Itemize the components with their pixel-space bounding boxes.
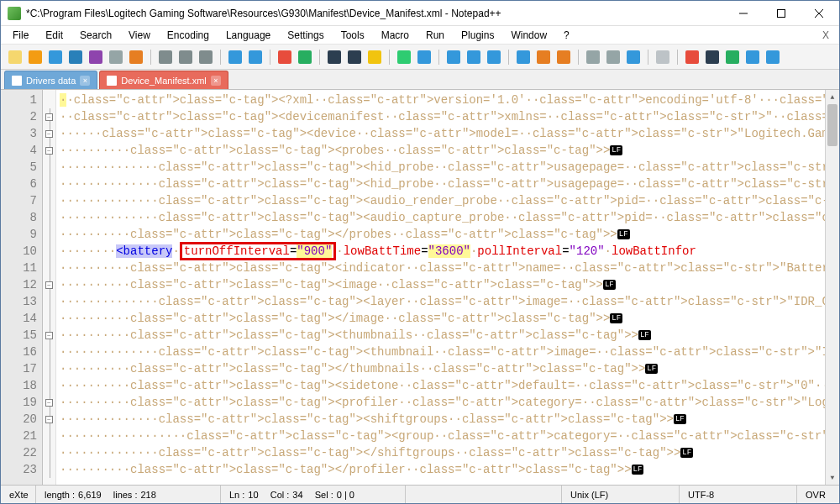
status-spacer [406, 486, 562, 503]
toolbar-button-13[interactable] [246, 48, 265, 66]
scroll-up-button[interactable]: ▲ [826, 90, 839, 104]
toolbar-button-9[interactable] [176, 48, 195, 66]
code-line-13[interactable]: ··············class="c-attr">class="c-ta… [60, 293, 825, 310]
code-line-2[interactable]: ··class="c-attr">class="c-tag"><devicema… [60, 108, 825, 125]
toolbar-button-31[interactable] [554, 48, 573, 66]
code-line-19[interactable]: ··········class="c-attr">class="c-tag"><… [60, 394, 825, 411]
toolbar-button-33[interactable] [584, 48, 602, 66]
fold-column[interactable]: −−−−−−− [43, 90, 56, 485]
code-line-18[interactable]: ··········class="c-attr">class="c-tag"><… [60, 377, 825, 394]
toolbar-button-18[interactable] [325, 48, 344, 66]
fold-toggle[interactable]: − [45, 332, 53, 339]
code-area[interactable]: ··class="c-attr">class="c-tag"><?xml··cl… [56, 90, 825, 485]
fold-toggle[interactable]: − [45, 113, 53, 121]
toolbar-icon [278, 50, 291, 64]
toolbar-icon [417, 50, 431, 64]
menubar-close-x[interactable]: X [816, 28, 836, 43]
toolbar-button-10[interactable] [197, 48, 215, 66]
code-line-6[interactable]: ··············class="c-attr">class="c-ta… [60, 176, 825, 192]
toolbar-button-22[interactable] [395, 48, 413, 66]
scroll-thumb[interactable] [827, 104, 837, 146]
menu-language[interactable]: Language [218, 28, 279, 43]
toolbar-button-0[interactable] [6, 48, 24, 66]
toolbar-button-39[interactable] [683, 48, 701, 66]
menu-tools[interactable]: Tools [333, 28, 373, 43]
code-line-5[interactable]: ··············class="c-attr">class="c-ta… [60, 159, 825, 176]
toolbar-button-34[interactable] [604, 48, 622, 66]
titlebar: *C:\Program Files\Logitech Gaming Softwa… [1, 1, 839, 26]
code-line-10[interactable]: ········<battery·turnOffInterval="900"·l… [60, 243, 825, 260]
code-line-20[interactable]: ··············class="c-attr">class="c-ta… [60, 411, 825, 428]
toolbar-button-15[interactable] [276, 48, 294, 66]
toolbar-button-8[interactable] [156, 48, 175, 66]
scroll-track[interactable] [826, 104, 839, 470]
menu-edit[interactable]: Edit [37, 28, 71, 43]
toolbar-button-42[interactable] [743, 48, 762, 66]
vertical-scrollbar[interactable]: ▲ ▼ [825, 90, 839, 485]
toolbar-button-12[interactable] [226, 48, 244, 66]
menu-view[interactable]: View [120, 28, 159, 43]
toolbar-button-1[interactable] [26, 48, 45, 66]
code-line-7[interactable]: ··············class="c-attr">class="c-ta… [60, 192, 825, 209]
toolbar-icon [537, 50, 550, 64]
toolbar-button-19[interactable] [345, 48, 364, 66]
toolbar-icon [228, 50, 242, 64]
toolbar-button-35[interactable] [624, 48, 643, 66]
fold-toggle[interactable]: − [45, 416, 53, 423]
toolbar-button-29[interactable] [514, 48, 533, 66]
toolbar-button-4[interactable] [87, 48, 105, 66]
code-line-21[interactable]: ··················class="c-attr">class="… [60, 428, 825, 444]
code-line-8[interactable]: ··············class="c-attr">class="c-ta… [60, 209, 825, 226]
code-line-3[interactable]: ······class="c-attr">class="c-tag"><devi… [60, 125, 825, 142]
toolbar-button-41[interactable] [723, 48, 742, 66]
menu-file[interactable]: File [4, 28, 37, 43]
close-button[interactable] [800, 1, 837, 25]
toolbar-button-37[interactable] [654, 48, 672, 66]
toolbar-button-6[interactable] [127, 48, 145, 66]
code-line-22[interactable]: ··············class="c-attr">class="c-ta… [60, 444, 825, 461]
menu-search[interactable]: Search [71, 28, 120, 43]
toolbar-button-40[interactable] [703, 48, 722, 66]
toolbar-button-43[interactable] [764, 48, 782, 66]
fold-toggle[interactable]: − [45, 281, 53, 289]
toolbar-button-27[interactable] [485, 48, 503, 66]
toolbar-button-16[interactable] [296, 48, 314, 66]
fold-toggle[interactable]: − [45, 399, 53, 407]
code-line-15[interactable]: ··········class="c-attr">class="c-tag"><… [60, 327, 825, 344]
editor[interactable]: 1234567891011121314151617181920212223 −−… [1, 90, 839, 485]
code-line-9[interactable]: ··········class="c-attr">class="c-tag"><… [60, 226, 825, 243]
menu-settings[interactable]: Settings [279, 28, 332, 43]
tab-close-icon[interactable]: × [211, 76, 221, 86]
menu-plugins[interactable]: Plugins [453, 28, 502, 43]
code-line-14[interactable]: ··········class="c-attr">class="c-tag"><… [60, 310, 825, 327]
toolbar-button-5[interactable] [107, 48, 125, 66]
minimize-button[interactable] [724, 1, 762, 25]
menu-help[interactable]: ? [555, 28, 578, 43]
scroll-down-button[interactable]: ▼ [826, 470, 839, 485]
code-line-16[interactable]: ··············class="c-attr">class="c-ta… [60, 344, 825, 360]
toolbar-button-20[interactable] [365, 48, 384, 66]
code-line-12[interactable]: ··········class="c-attr">class="c-tag"><… [60, 276, 825, 293]
code-line-4[interactable]: ··········class="c-attr">class="c-tag"><… [60, 142, 825, 159]
code-line-1[interactable]: ··class="c-attr">class="c-tag"><?xml··cl… [60, 92, 825, 108]
code-line-17[interactable]: ··········class="c-attr">class="c-tag"><… [60, 360, 825, 377]
tab-device-manifest-xml[interactable]: Device_Manifest.xml× [99, 71, 228, 89]
tab-drivers-data[interactable]: Drivers data× [4, 71, 97, 89]
toolbar-button-3[interactable] [66, 48, 85, 66]
fold-toggle[interactable]: − [45, 147, 53, 155]
toolbar-button-30[interactable] [534, 48, 553, 66]
toolbar-button-2[interactable] [46, 48, 65, 66]
menu-encoding[interactable]: Encoding [159, 28, 218, 43]
toolbar-button-26[interactable] [465, 48, 483, 66]
fold-toggle[interactable]: − [45, 130, 53, 138]
toolbar-icon [447, 50, 460, 64]
toolbar-button-25[interactable] [444, 48, 463, 66]
menu-window[interactable]: Window [502, 28, 555, 43]
code-line-23[interactable]: ··········class="c-attr">class="c-tag"><… [60, 461, 825, 478]
menu-run[interactable]: Run [417, 28, 453, 43]
tab-close-icon[interactable]: × [80, 76, 90, 86]
maximize-button[interactable] [762, 1, 800, 25]
menu-macro[interactable]: Macro [373, 28, 417, 43]
toolbar-button-23[interactable] [415, 48, 433, 66]
code-line-11[interactable]: ··········class="c-attr">class="c-tag"><… [60, 260, 825, 276]
